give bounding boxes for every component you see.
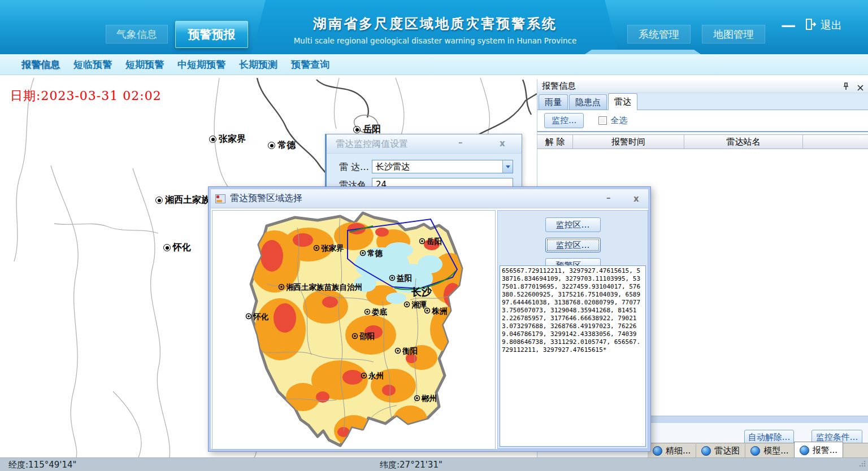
svg-text:娄底: 娄底 (371, 307, 388, 316)
tab-fine-map[interactable]: 精细... (648, 444, 696, 458)
region-coordinates-textbox[interactable]: 656567.729112211, 3297927.47615615, 5387… (500, 265, 646, 447)
region-dialog-side-panel: 监控区… 监控区… 预警区… 656567.729112211, 3297927… (497, 210, 648, 449)
monitor-button[interactable]: 监控... (544, 113, 584, 128)
svg-text:郴州: 郴州 (421, 394, 437, 403)
warning-subnav: 报警信息 短临预警 短期预警 中短期预警 长期预测 预警查询 (0, 54, 868, 75)
city-dot-icon (268, 142, 275, 149)
subnav-midshort-warning[interactable]: 中短期预警 (177, 58, 225, 71)
column-radar-station[interactable]: 雷达站名 (684, 135, 803, 149)
threshold-dialog-title: 雷达监控阈值设置 (336, 138, 408, 149)
column-alarm-time[interactable]: 报警时间 (573, 135, 684, 149)
tab-rainfall[interactable]: 雨量 (539, 94, 568, 110)
monitor-region-button-2[interactable]: 监控区… (545, 238, 601, 252)
svg-text:株洲: 株洲 (431, 306, 448, 315)
exit-button[interactable]: 退出 (805, 18, 842, 33)
tab-model-map[interactable]: 模型... (745, 444, 793, 458)
minimize-dialog-button[interactable]: – (458, 133, 463, 152)
subnav-longterm-forecast[interactable]: 长期预测 (239, 58, 277, 71)
winform-icon (215, 194, 225, 203)
alarm-panel-title: 报警信息 (542, 81, 576, 91)
alarm-toolbar: 监控... 全选 (537, 110, 868, 132)
latitude-readout: 纬度:27°21'31" (380, 460, 442, 470)
tab-hazard-points[interactable]: 隐患点 (569, 94, 607, 110)
svg-text:邵阳: 邵阳 (359, 332, 375, 341)
dropdown-arrow-icon[interactable] (502, 160, 513, 173)
minimize-dialog-button[interactable]: – (606, 193, 611, 203)
header-bar: 气象信息 预警预报 湖南省多尺度区域地质灾害预警系统 Multi scale r… (0, 0, 868, 54)
radar-select[interactable]: 长沙雷达 (372, 160, 513, 173)
exit-label: 退出 (821, 18, 842, 33)
close-dialog-button[interactable]: x (500, 134, 505, 153)
svg-text:长沙: 长沙 (411, 286, 432, 298)
tab-alarm-map[interactable]: 报警... (794, 442, 843, 458)
alarm-table-header: 解 除 报警时间 雷达站名 (537, 134, 868, 149)
header-decor-tab (585, 50, 701, 54)
nav-map-management[interactable]: 地图管理 (702, 25, 765, 43)
monitor-region-button-1[interactable]: 监控区… (545, 217, 601, 232)
column-dismiss[interactable]: 解 除 (537, 135, 573, 149)
alarm-tabs: 雨量 隐患点 雷达 (537, 93, 868, 110)
city-dot-icon (163, 244, 171, 251)
globe-icon (800, 446, 809, 455)
resize-grip[interactable] (858, 460, 866, 470)
globe-icon (701, 446, 711, 456)
bottom-view-tabs: 精细... 雷达图 模型... 报警... (648, 443, 868, 458)
svg-text:岳阳: 岳阳 (426, 237, 442, 246)
risk-map-panel[interactable]: 张家界 常德 岳阳 益阳 长沙 湘西土家族苗族自治州 怀化 娄底 湘潭 株洲 邵… (212, 210, 496, 450)
globe-icon (653, 446, 662, 456)
close-dialog-button[interactable]: x (633, 194, 639, 204)
nav-weather-info[interactable]: 气象信息 (106, 25, 168, 43)
select-all-label: 全选 (610, 115, 627, 126)
pin-icon[interactable] (843, 81, 849, 95)
city-label: 怀化 (163, 242, 191, 254)
exit-door-icon (805, 18, 817, 33)
system-title: 湖南省多尺度区域地质灾害预警系统 (263, 15, 607, 33)
checkbox-icon[interactable] (598, 116, 607, 125)
subnav-alarm-info[interactable]: 报警信息 (21, 58, 60, 71)
region-dialog-title: 雷达预警区域选择 (230, 193, 648, 204)
svg-text:衡阳: 衡阳 (402, 346, 418, 355)
minimize-window-button[interactable]: — (781, 17, 796, 34)
city-dot-icon (155, 197, 163, 204)
alarm-panel-titlebar: 报警信息 (537, 79, 868, 93)
radar-select-value: 长沙雷达 (372, 162, 502, 172)
svg-text:张家界: 张家界 (321, 243, 344, 252)
city-dot-icon (353, 126, 361, 133)
subnav-shortterm-warning[interactable]: 短期预警 (125, 58, 164, 71)
radar-field-label: 雷 达… (339, 162, 369, 173)
subnav-nowcast-warning[interactable]: 短临预警 (73, 58, 112, 71)
select-all-checkbox[interactable]: 全选 (598, 115, 627, 126)
region-dialog-body: 张家界 常德 岳阳 益阳 长沙 湘西土家族苗族自治州 怀化 娄底 湘潭 株洲 邵… (211, 210, 648, 449)
tab-radar-map[interactable]: 雷达图 (696, 444, 745, 458)
svg-text:永州: 永州 (368, 371, 384, 380)
tab-radar[interactable]: 雷达 (608, 93, 637, 110)
hunan-risk-map: 张家界 常德 岳阳 益阳 长沙 湘西土家族苗族自治州 怀化 娄底 湘潭 株洲 邵… (212, 211, 495, 449)
longitude-readout: 经度:115°49'14" (8, 460, 76, 470)
svg-text:怀化: 怀化 (253, 312, 269, 321)
svg-text:常德: 常德 (367, 248, 383, 258)
threshold-dialog-titlebar[interactable]: 雷达监控阈值设置 – x (327, 134, 522, 154)
svg-text:益阳: 益阳 (396, 273, 412, 282)
radar-region-dialog: 雷达预警区域选择 – x (208, 186, 651, 452)
svg-text:湘潭: 湘潭 (411, 300, 427, 309)
close-panel-icon[interactable] (857, 81, 863, 95)
region-dialog-titlebar[interactable]: 雷达预警区域选择 – x (211, 189, 648, 208)
status-bar: 经度:115°49'14" 纬度:27°21'31" (0, 457, 868, 471)
nav-system-management[interactable]: 系统管理 (627, 25, 691, 43)
city-label: 张家界 (209, 133, 246, 145)
subnav-warning-query[interactable]: 预警查询 (291, 58, 329, 71)
city-dot-icon (209, 136, 216, 143)
globe-icon (750, 446, 760, 456)
svg-text:湘西土家族苗族自治州: 湘西土家族苗族自治州 (286, 282, 362, 291)
city-label: 常德 (268, 139, 296, 151)
map-date-label: 日期:2023-03-31 02:02 (10, 88, 162, 104)
system-subtitle: Multi scale regional geological disaster… (263, 36, 607, 45)
app-window: 气象信息 预警预报 湖南省多尺度区域地质灾害预警系统 Multi scale r… (0, 0, 868, 471)
nav-warning-forecast[interactable]: 预警预报 (175, 21, 248, 48)
